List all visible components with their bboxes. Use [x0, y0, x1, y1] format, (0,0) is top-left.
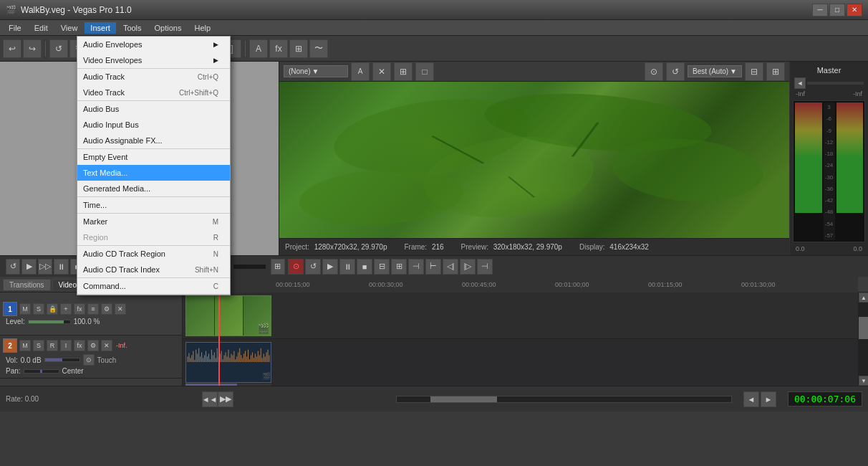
menu-tools[interactable]: Tools: [117, 22, 148, 34]
at-btn-x[interactable]: ✕: [101, 340, 112, 351]
scroll-left[interactable]: ◄: [743, 391, 759, 407]
video-tb-btn-c[interactable]: ⊞: [394, 62, 413, 81]
video-tb-btn-b[interactable]: ✕: [372, 62, 391, 81]
at-btn-arm[interactable]: R: [47, 340, 58, 351]
audio-track-inner: 2 M S R I fx ⚙ ✕ -Inf. Vol: 0.0 dB ⊙: [3, 338, 179, 375]
video-clip[interactable]: 🎬: [185, 295, 271, 336]
at-btn-fx[interactable]: fx: [74, 340, 85, 351]
menu-audio-assignable-fx[interactable]: Audio Assignable FX...: [77, 133, 230, 148]
video-tb-btn-a[interactable]: A: [351, 62, 370, 81]
marker-shortcut: M: [213, 218, 218, 226]
menu-empty-event[interactable]: Empty Event: [77, 149, 230, 165]
menu-audio-cd-track-index[interactable]: Audio CD Track Index Shift+N: [77, 262, 230, 277]
minimize-button[interactable]: ─: [812, 4, 828, 16]
vt-btn-expand[interactable]: +: [60, 303, 72, 315]
toolbar-fx[interactable]: fx: [269, 39, 288, 58]
master-meter: 3 -6 -9 -12 -18 -24 -30 -36 -42 -48 -54 …: [793, 100, 865, 242]
vtransport-stop[interactable]: ■: [357, 259, 372, 275]
vtransport-pause[interactable]: ⏸: [339, 259, 355, 275]
status-next[interactable]: ▶▶: [218, 391, 233, 407]
audio-clip[interactable]: 🎬: [185, 342, 271, 383]
best-dropdown[interactable]: Best (Auto) ▼: [688, 65, 742, 77]
master-ctrl-1[interactable]: ◄: [794, 77, 806, 89]
vt-btn-composite[interactable]: ≡: [87, 303, 99, 315]
vtransport-next[interactable]: ⊞: [391, 259, 407, 275]
at-btn-mute[interactable]: M: [19, 340, 31, 351]
video-tb-btn-d[interactable]: □: [415, 62, 434, 81]
toolbar-btn-1[interactable]: ↩: [3, 39, 21, 58]
menu-audio-input-bus[interactable]: Audio Input Bus: [77, 117, 230, 133]
transport-fast-forward[interactable]: ▷▷: [38, 259, 52, 275]
vtransport-play[interactable]: ▶: [322, 259, 338, 275]
toolbar-pan[interactable]: ⊞: [289, 39, 308, 58]
video-tb-g[interactable]: ⊞: [766, 62, 785, 81]
vol-slider[interactable]: [44, 358, 80, 362]
vt-btn-lock[interactable]: 🔒: [47, 303, 58, 315]
at-btn-input[interactable]: I: [60, 340, 72, 351]
menu-help[interactable]: Help: [188, 22, 216, 34]
menu-command[interactable]: Command... C: [77, 278, 230, 294]
menu-region[interactable]: Region R: [77, 229, 230, 245]
v-scroll-up[interactable]: ▲: [859, 293, 868, 303]
at-btn-monitor[interactable]: ⊙: [83, 354, 95, 366]
menu-time[interactable]: Time...: [77, 197, 230, 213]
video-tb-rec[interactable]: ⊙: [645, 62, 663, 81]
at-btn-settings[interactable]: ⚙: [87, 340, 99, 351]
vtransport-fwd-step[interactable]: |▷: [460, 259, 476, 275]
menu-options[interactable]: Options: [149, 22, 188, 34]
video-tb-f[interactable]: ⊟: [745, 62, 763, 81]
vtransport-rec[interactable]: ⊙: [288, 259, 304, 275]
at-btn-solo[interactable]: S: [33, 340, 44, 351]
time-scrubber[interactable]: [233, 264, 266, 270]
h-scrollbar[interactable]: [396, 396, 732, 403]
vol-slider-fill: [45, 358, 62, 361]
vtransport-prev[interactable]: ⊟: [374, 259, 390, 275]
maximize-button[interactable]: □: [829, 4, 845, 16]
menu-file[interactable]: File: [3, 22, 27, 34]
vtransport-ff-full[interactable]: ⊢: [425, 259, 441, 275]
vt-btn-mute[interactable]: M: [19, 303, 31, 315]
level-slider[interactable]: [28, 320, 71, 324]
vt-btn-fx[interactable]: fx: [74, 303, 85, 315]
menu-text-media[interactable]: Text Media...: [77, 165, 230, 181]
close-button[interactable]: ✕: [847, 4, 862, 16]
vtransport-end[interactable]: ⊣: [477, 259, 493, 275]
transport-pause[interactable]: ⏸: [54, 259, 68, 275]
transport-rewind[interactable]: ↺: [6, 259, 20, 275]
v-scroll-track[interactable]: [859, 303, 868, 376]
toolbar-auto[interactable]: A: [249, 39, 268, 58]
menu-video-envelopes[interactable]: Video Envelopes ▶: [77, 52, 230, 68]
v-scroll-down[interactable]: ▼: [859, 376, 868, 386]
vtransport-back-step[interactable]: ◁|: [443, 259, 458, 275]
video-tb-e[interactable]: ↺: [666, 62, 685, 81]
status-prev[interactable]: ◄◄: [202, 391, 218, 407]
none-dropdown[interactable]: (None) ▼: [284, 65, 348, 77]
toolbar-btn-3[interactable]: ↺: [49, 39, 68, 58]
menu-audio-cd-track-region[interactable]: Audio CD Track Region N: [77, 246, 230, 262]
title-bar: 🎬 WalkBy.veg - Vegas Pro 11.0 ─ □ ✕: [0, 0, 868, 20]
menu-video-track[interactable]: Video Track Ctrl+Shift+Q: [77, 85, 230, 100]
menu-audio-envelopes[interactable]: Audio Envelopes ▶: [77, 37, 230, 52]
transport-jump[interactable]: ⊞: [271, 259, 285, 275]
menu-edit[interactable]: Edit: [29, 22, 54, 34]
vtransport-loop[interactable]: ↺: [305, 259, 321, 275]
vtransport-rewind-full[interactable]: ⊣: [408, 259, 424, 275]
menu-marker[interactable]: Marker M: [77, 214, 230, 229]
menu-generated-media[interactable]: Generated Media...: [77, 181, 230, 196]
transport-play[interactable]: ▶: [21, 259, 36, 275]
audio-track-control: 2 M S R I fx ⚙ ✕ -Inf. Vol: 0.0 dB ⊙: [0, 336, 182, 379]
scroll-right[interactable]: ►: [761, 391, 776, 407]
menu-audio-track[interactable]: Audio Track Ctrl+Q: [77, 69, 230, 85]
menu-view[interactable]: View: [55, 22, 84, 34]
audio-cd-track-index-shortcut: Shift+N: [195, 266, 218, 274]
tab-transitions[interactable]: Transitions: [3, 279, 51, 290]
pan-slider[interactable]: [24, 369, 59, 374]
vt-btn-solo[interactable]: S: [33, 303, 44, 315]
toolbar-btn-2[interactable]: ↪: [23, 39, 42, 58]
master-level-left: 0.0: [796, 245, 805, 252]
menu-audio-bus[interactable]: Audio Bus: [77, 101, 230, 117]
toolbar-vel[interactable]: 〜: [309, 39, 328, 58]
vt-btn-settings[interactable]: ⚙: [101, 303, 112, 315]
menu-insert[interactable]: Insert: [85, 22, 116, 34]
vt-btn-x[interactable]: ✕: [115, 303, 126, 315]
